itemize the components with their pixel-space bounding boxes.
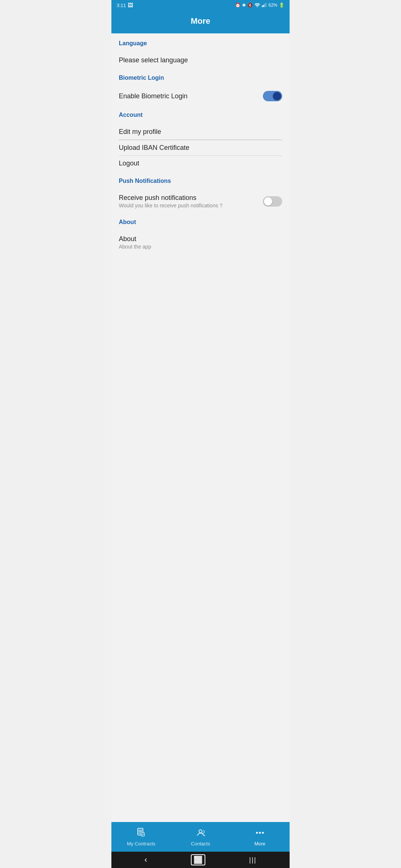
toggle-knob-enable-biometric <box>273 92 281 100</box>
setting-item-edit-profile[interactable]: Edit my profile <box>111 124 290 139</box>
status-bar: 3:11 🖼 ⏰ ✱ 🔇 62% 🔋 <box>111 0 290 10</box>
svg-point-13 <box>262 832 264 834</box>
section-about: AboutAboutAbout the app <box>111 212 290 253</box>
status-left: 3:11 🖼 <box>117 2 133 8</box>
setting-main-receive-push: Receive push notificationsWould you like… <box>119 194 263 208</box>
page-title: More <box>191 16 211 26</box>
back-button[interactable]: ‹ <box>144 855 147 865</box>
battery-icon: 🔋 <box>279 3 284 8</box>
setting-item-logout[interactable]: Logout <box>111 156 290 171</box>
toggle-track-enable-biometric <box>263 91 282 101</box>
svg-rect-7 <box>138 831 142 832</box>
more-icon <box>255 828 265 839</box>
setting-item-upload-iban[interactable]: Upload IBAN Certificate <box>111 140 290 155</box>
nav-more-label: More <box>254 841 265 846</box>
bottom-nav: My Contracts Contacts More <box>111 822 290 852</box>
section-title-push-notifications: Push Notifications <box>119 178 282 184</box>
toggle-knob-receive-push <box>264 197 272 206</box>
section-push-notifications: Push NotificationsReceive push notificat… <box>111 171 290 212</box>
svg-point-0 <box>257 6 258 7</box>
bluetooth-icon: ✱ <box>242 3 246 8</box>
system-nav: ‹ ⬜ ||| <box>111 852 290 868</box>
setting-main-enable-biometric: Enable Biometric Login <box>119 92 263 100</box>
setting-text-edit-profile: Edit my profile <box>119 128 282 136</box>
svg-point-10 <box>199 830 202 833</box>
toggle-receive-push[interactable] <box>263 196 282 207</box>
svg-point-12 <box>259 832 261 834</box>
setting-main-logout: Logout <box>119 160 282 167</box>
nav-my-contracts-label: My Contracts <box>127 841 156 846</box>
setting-text-about-app: About <box>119 235 282 243</box>
home-button[interactable]: ⬜ <box>191 854 205 865</box>
mute-icon: 🔇 <box>247 3 253 8</box>
setting-text-receive-push: Receive push notifications <box>119 194 263 202</box>
section-title-account: Account <box>119 112 282 118</box>
setting-item-select-language[interactable]: Please select language <box>111 53 290 68</box>
nav-my-contracts[interactable]: My Contracts <box>111 822 171 852</box>
setting-text-select-language: Please select language <box>119 56 282 64</box>
setting-sub-about-app: About the app <box>119 244 282 250</box>
toggle-track-receive-push <box>263 196 282 207</box>
section-account: AccountEdit my profileUpload IBAN Certif… <box>111 105 290 171</box>
section-title-language: Language <box>119 40 282 47</box>
svg-rect-6 <box>138 830 142 831</box>
setting-text-logout: Logout <box>119 160 282 167</box>
battery-label: 62% <box>268 3 277 8</box>
wifi-icon <box>254 3 260 8</box>
nav-contacts[interactable]: Contacts <box>171 822 230 852</box>
section-title-about: About <box>119 219 282 226</box>
content-area: LanguagePlease select languageBiometric … <box>111 33 290 822</box>
recent-button[interactable]: ||| <box>249 856 257 864</box>
setting-item-enable-biometric[interactable]: Enable Biometric Login <box>111 87 290 105</box>
setting-text-upload-iban: Upload IBAN Certificate <box>119 144 282 152</box>
setting-sub-receive-push: Would you like to receive push notificat… <box>119 203 263 208</box>
alarm-icon: ⏰ <box>235 3 241 8</box>
svg-rect-3 <box>264 4 265 7</box>
setting-text-enable-biometric: Enable Biometric Login <box>119 92 263 100</box>
contacts-icon <box>195 828 206 839</box>
nav-contacts-label: Contacts <box>191 841 210 846</box>
setting-item-receive-push[interactable]: Receive push notificationsWould you like… <box>111 190 290 212</box>
nav-more[interactable]: More <box>230 822 290 852</box>
svg-point-11 <box>256 832 258 834</box>
toggle-enable-biometric[interactable] <box>263 91 282 101</box>
setting-main-about-app: AboutAbout the app <box>119 235 282 250</box>
section-biometric: Biometric LoginEnable Biometric Login <box>111 68 290 105</box>
gallery-icon: 🖼 <box>128 2 133 8</box>
signal-icon <box>262 3 267 8</box>
svg-rect-1 <box>262 6 263 7</box>
section-language: LanguagePlease select language <box>111 33 290 68</box>
svg-rect-8 <box>138 833 141 834</box>
status-time: 3:11 <box>117 3 126 8</box>
setting-main-edit-profile: Edit my profile <box>119 128 282 136</box>
status-right: ⏰ ✱ 🔇 62% 🔋 <box>235 3 284 8</box>
setting-main-select-language: Please select language <box>119 56 282 64</box>
svg-rect-2 <box>263 5 264 7</box>
my-contracts-icon <box>136 828 146 839</box>
setting-item-about-app[interactable]: AboutAbout the app <box>111 231 290 253</box>
setting-main-upload-iban: Upload IBAN Certificate <box>119 144 282 152</box>
section-title-biometric: Biometric Login <box>119 75 282 81</box>
svg-rect-4 <box>265 3 267 7</box>
page-header: More <box>111 10 290 33</box>
